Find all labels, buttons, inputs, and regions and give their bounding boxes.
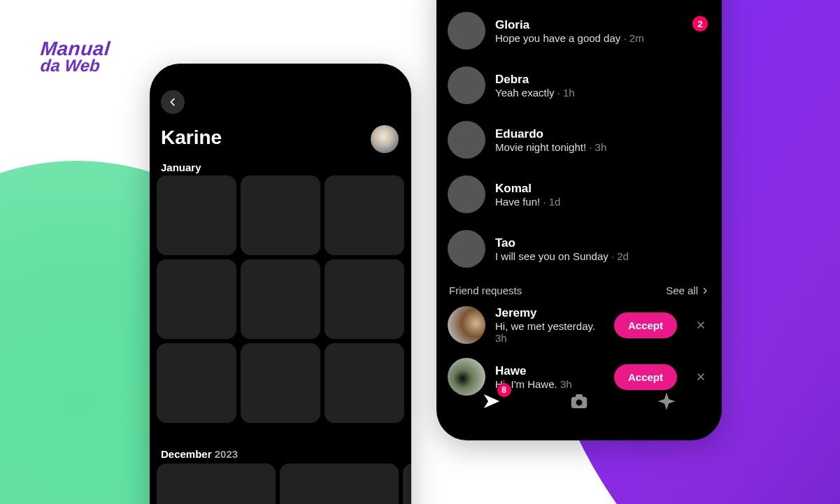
- bottom-nav: 8: [448, 382, 711, 421]
- chat-row[interactable]: Eduardo Movie night tonight! · 3h: [448, 113, 711, 167]
- dismiss-button[interactable]: [691, 315, 711, 335]
- chat-name: Debra: [495, 73, 575, 87]
- friend-request-row: Jeremy Hi, we met yesterday. 3h Accept: [448, 299, 711, 351]
- chevron-left-icon: [167, 96, 178, 108]
- chat-row[interactable]: Tao I will see you on Sunday · 2d: [448, 222, 711, 276]
- nav-camera[interactable]: [565, 387, 593, 415]
- year-text: 2023: [215, 448, 238, 460]
- month-label-december: December 2023: [161, 448, 238, 460]
- photo-thumb[interactable]: [241, 259, 320, 339]
- profile-avatar[interactable]: [371, 125, 399, 153]
- phone-gallery: Karine January December 2023: [150, 64, 411, 504]
- chat-preview: Have fun! · 1d: [495, 196, 560, 208]
- request-message: Hi, we met yesterday. 3h: [495, 320, 604, 344]
- photo-thumb[interactable]: [157, 175, 236, 255]
- accept-button[interactable]: Accept: [614, 312, 677, 338]
- chat-avatar[interactable]: [448, 175, 485, 213]
- svg-point-1: [576, 400, 583, 406]
- svg-rect-2: [576, 394, 583, 398]
- phone-chat: Gloria Hope you have a good day · 2m 2 D…: [436, 0, 722, 440]
- camera-icon: [569, 391, 590, 412]
- photo-thumb[interactable]: [241, 343, 320, 423]
- chat-avatar[interactable]: [448, 230, 485, 268]
- chat-name: Eduardo: [495, 127, 606, 141]
- close-icon: [695, 319, 706, 331]
- request-avatar[interactable]: [448, 306, 485, 344]
- sparkle-icon: [656, 391, 677, 412]
- request-name: Hawe: [495, 364, 604, 378]
- chat-preview: Yeah exactly · 1h: [495, 87, 575, 99]
- chat-row[interactable]: Debra Yeah exactly · 1h: [448, 58, 711, 113]
- chat-row[interactable]: Komal Have fun! · 1d: [448, 167, 711, 222]
- photo-thumb[interactable]: [325, 343, 404, 423]
- chat-preview: Movie night tonight! · 3h: [495, 141, 606, 153]
- chat-avatar[interactable]: [448, 66, 485, 104]
- back-button[interactable]: [161, 90, 185, 114]
- month-text: December: [161, 448, 212, 460]
- profile-name: Karine: [161, 127, 222, 149]
- photo-grid-january: [157, 175, 404, 423]
- section-title: Friend requests: [449, 285, 522, 296]
- unread-badge: 2: [692, 16, 708, 31]
- close-icon: [695, 371, 706, 382]
- chat-avatar[interactable]: [448, 121, 485, 159]
- photo-thumb[interactable]: [241, 175, 320, 255]
- month-label-january: January: [161, 161, 201, 173]
- chat-row[interactable]: Gloria Hope you have a good day · 2m 2: [448, 3, 711, 58]
- chat-preview: Hope you have a good day · 2m: [495, 32, 644, 44]
- photo-thumb[interactable]: [280, 463, 399, 504]
- logo-line2: da Web: [40, 57, 111, 74]
- photo-thumb[interactable]: [403, 463, 411, 504]
- nav-send[interactable]: 8: [478, 387, 506, 415]
- photo-thumb[interactable]: [325, 175, 404, 255]
- nav-send-badge: 8: [497, 383, 511, 397]
- chat-name: Komal: [495, 182, 560, 196]
- site-logo: Manual da Web: [41, 39, 110, 74]
- see-all-link[interactable]: See all: [666, 285, 709, 296]
- photo-thumb[interactable]: [157, 463, 276, 504]
- chat-avatar[interactable]: [448, 12, 485, 50]
- chat-list-container: Gloria Hope you have a good day · 2m 2 D…: [448, 3, 711, 403]
- photo-thumb[interactable]: [157, 343, 236, 423]
- nav-sparkle[interactable]: [653, 387, 681, 415]
- photo-thumb[interactable]: [157, 259, 236, 339]
- chat-preview: I will see you on Sunday · 2d: [495, 250, 629, 262]
- chat-name: Tao: [495, 236, 629, 250]
- photo-thumb[interactable]: [325, 259, 404, 339]
- chevron-right-icon: [701, 287, 709, 295]
- chat-name: Gloria: [495, 18, 644, 32]
- friend-requests-header: Friend requests See all: [448, 279, 711, 299]
- request-name: Jeremy: [495, 306, 604, 320]
- photo-grid-december: [157, 463, 404, 504]
